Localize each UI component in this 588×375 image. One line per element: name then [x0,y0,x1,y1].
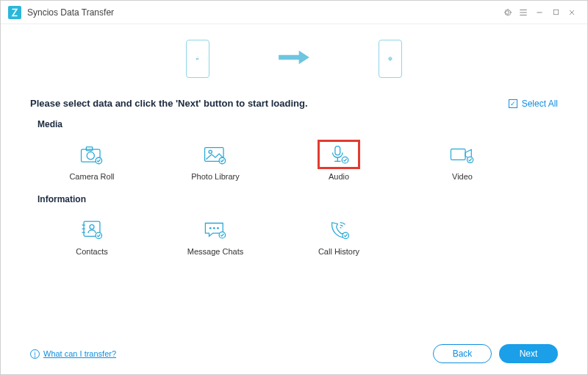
item-label: Contacts [30,247,154,256]
svg-rect-8 [335,146,340,155]
settings-icon[interactable] [499,4,515,21]
back-button-label: Back [453,349,473,359]
camera-roll-icon [71,140,113,169]
back-button[interactable]: Back [433,344,492,363]
instruction-row: Please select data and click the 'Next' … [30,98,558,109]
message-chats-icon [194,215,237,244]
help-link[interactable]: i What can I transfer? [30,349,116,359]
info-icon: i [30,349,40,359]
item-label: Audio [277,172,401,181]
devices-row [30,33,558,85]
item-message-chats[interactable]: Message Chats [154,210,277,259]
app-window: Syncios Data Transfer [0,0,588,375]
maximize-button[interactable] [548,4,564,21]
item-call-history[interactable]: Call History [277,210,401,259]
select-all-label: Select All [522,99,558,109]
source-device-icon[interactable] [186,40,209,78]
contacts-icon [71,215,113,244]
video-icon [441,140,484,169]
item-label: Photo Library [154,172,277,181]
footer: i What can I transfer? Back Next [1,339,587,374]
minimize-button[interactable] [531,4,548,21]
titlebar: Syncios Data Transfer [1,1,587,24]
content-area: Please select data and click the 'Next' … [1,24,587,339]
svg-rect-0 [553,10,558,14]
item-contacts[interactable]: Contacts [30,210,154,259]
photo-library-icon [194,140,237,169]
section-information-label: Information [37,194,558,204]
svg-point-20 [209,227,212,229]
menu-icon[interactable] [515,4,531,21]
svg-point-3 [87,152,94,160]
app-logo-icon [8,6,21,19]
item-label: Video [401,172,524,181]
app-title: Syncios Data Transfer [27,7,114,18]
section-media-label: Media [37,119,558,129]
svg-rect-12 [451,149,465,160]
next-button-label: Next [520,349,538,359]
item-camera-roll[interactable]: Camera Roll [30,135,154,184]
svg-point-21 [213,227,215,229]
svg-point-22 [217,227,219,229]
item-audio[interactable]: Audio [277,135,401,184]
item-label: Message Chats [154,247,277,256]
target-device-icon[interactable] [379,40,402,78]
item-label: Camera Roll [30,172,154,181]
audio-icon [318,140,360,169]
help-link-label: What can I transfer? [43,349,116,358]
instruction-text: Please select data and click the 'Next' … [30,98,308,109]
checkbox-icon: ✓ [509,99,517,108]
transfer-arrow-icon [276,48,312,70]
information-items-row: Contacts Message Chats Call History [30,210,558,259]
item-photo-library[interactable]: Photo Library [154,135,277,184]
close-button[interactable] [564,4,580,21]
svg-point-18 [90,225,94,229]
call-history-icon [318,215,360,244]
svg-point-6 [209,150,212,153]
select-all-checkbox[interactable]: ✓ Select All [509,99,558,109]
next-button[interactable]: Next [499,344,558,363]
svg-rect-2 [86,147,93,151]
item-label: Call History [277,247,401,256]
item-video[interactable]: Video [401,135,524,184]
media-items-row: Camera Roll Photo Library Audio Video [30,135,558,184]
